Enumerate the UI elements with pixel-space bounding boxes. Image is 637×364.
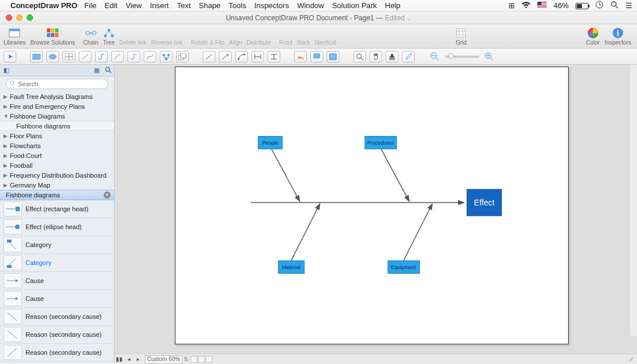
collapse-sidebar-icon[interactable]: ◧ bbox=[0, 67, 13, 74]
flag-icon[interactable] bbox=[537, 1, 547, 10]
app-switcher-icon[interactable]: ⊞ bbox=[508, 1, 515, 10]
clock-icon[interactable] bbox=[595, 1, 603, 10]
shape-name: Effect (rectange head) bbox=[25, 205, 89, 212]
arrow-tool-icon[interactable] bbox=[219, 51, 232, 62]
chain-button[interactable]: Chain bbox=[83, 27, 98, 46]
tree-button[interactable]: Tree bbox=[103, 27, 115, 46]
search-toggle-icon[interactable] bbox=[102, 67, 114, 75]
shape-category-2[interactable]: Category bbox=[0, 254, 114, 272]
app-name[interactable]: ConceptDraw PRO bbox=[10, 1, 78, 10]
close-window-button[interactable] bbox=[6, 14, 12, 21]
battery-icon[interactable] bbox=[576, 1, 588, 10]
clone-tool-icon[interactable] bbox=[176, 51, 189, 62]
menu-file[interactable]: File bbox=[85, 1, 97, 10]
shape-reason-2[interactable]: Reason (secondary cause) bbox=[0, 326, 114, 344]
menu-shape[interactable]: Shape bbox=[199, 1, 221, 10]
canvas-area[interactable]: Effect People Procedures Material Equipm… bbox=[115, 65, 637, 364]
tree-item[interactable]: Floor Plans bbox=[0, 131, 114, 141]
menu-inspectors[interactable]: Inspectors bbox=[254, 1, 289, 10]
window-titlebar: Unsaved ConceptDraw PRO Document - Page1… bbox=[0, 12, 637, 24]
menu-solution-park[interactable]: Solution Park bbox=[332, 1, 376, 10]
library-section-header[interactable]: Fishbone diagrams ✕ bbox=[0, 190, 114, 200]
shape-category-1[interactable]: Category bbox=[0, 236, 114, 254]
menu-edit[interactable]: Edit bbox=[105, 1, 118, 10]
tree-connector-icon[interactable] bbox=[160, 51, 173, 62]
svg-line-54 bbox=[9, 259, 16, 265]
shape-reason-3[interactable]: Reason (secondary cause) bbox=[0, 344, 114, 362]
dimension-h-icon[interactable] bbox=[251, 51, 264, 62]
tree-item[interactable]: Fault Tree Analysis Diagrams bbox=[0, 91, 114, 101]
connector-smart-icon[interactable] bbox=[95, 51, 108, 62]
ellipse-tool-icon[interactable] bbox=[46, 51, 59, 62]
shape-cause-2[interactable]: Cause bbox=[0, 290, 114, 308]
line-tool-icon[interactable] bbox=[203, 51, 215, 62]
zoom-in-icon[interactable] bbox=[483, 51, 496, 62]
wifi-icon[interactable] bbox=[522, 1, 530, 10]
zoom-tool-icon[interactable] bbox=[353, 51, 366, 62]
stamp-tool-icon[interactable] bbox=[386, 51, 398, 62]
live-object-icon[interactable] bbox=[327, 51, 339, 62]
dimension-v-icon[interactable] bbox=[268, 51, 280, 62]
zoom-slider-knob[interactable] bbox=[448, 53, 454, 59]
grid-view-icon[interactable]: ▦ bbox=[91, 67, 102, 74]
spotlight-icon[interactable] bbox=[610, 1, 618, 10]
pan-tool-icon[interactable] bbox=[369, 51, 382, 62]
title-dropdown-icon[interactable]: ⌄ bbox=[407, 16, 411, 21]
document-title[interactable]: Unsaved ConceptDraw PRO Document - Page1… bbox=[226, 14, 411, 22]
connector-direct-icon[interactable] bbox=[79, 51, 91, 62]
libraries-button[interactable]: Libraries bbox=[3, 27, 25, 46]
browse-solutions-button[interactable]: Browse Solutions bbox=[30, 27, 75, 46]
minimize-window-button[interactable] bbox=[16, 14, 23, 21]
pointer-tool-icon[interactable]: ➤ bbox=[3, 51, 16, 62]
vertical-scrollbar[interactable] bbox=[629, 65, 637, 336]
connector-curve-icon[interactable] bbox=[144, 51, 156, 62]
notifications-icon[interactable]: ☰ bbox=[625, 1, 632, 10]
tree-item[interactable]: Flowcharts bbox=[0, 141, 114, 150]
tree-item[interactable]: Frequency Distribution Dashboard bbox=[0, 170, 114, 180]
eyedropper-tool-icon[interactable] bbox=[402, 51, 415, 62]
zoom-level-select[interactable]: Custom 60% bbox=[145, 355, 182, 363]
tree-item[interactable]: Fire and Emergency Plans bbox=[0, 101, 114, 111]
callout-tool-icon[interactable] bbox=[310, 51, 323, 62]
menu-window[interactable]: Window bbox=[297, 1, 324, 10]
tree-item[interactable]: Food Court bbox=[0, 150, 114, 160]
next-page-icon[interactable]: ▸ bbox=[133, 356, 142, 362]
shape-effect-ellipse[interactable]: Effect (ellipse head) bbox=[0, 218, 114, 236]
menu-text[interactable]: Text bbox=[177, 1, 191, 10]
gauge-tool-icon[interactable] bbox=[294, 51, 307, 62]
zoom-slider[interactable] bbox=[445, 56, 479, 58]
grid-button[interactable]: Grid bbox=[455, 27, 467, 46]
svg-rect-48 bbox=[16, 207, 20, 211]
search-input[interactable] bbox=[18, 80, 104, 87]
tree-child-item[interactable]: Fishbone diagrams bbox=[0, 121, 114, 131]
menu-view[interactable]: View bbox=[126, 1, 142, 10]
shape-cause-1[interactable]: Cause bbox=[0, 272, 114, 290]
connector-round-icon[interactable] bbox=[127, 51, 140, 62]
tree-item[interactable]: Germany Map bbox=[0, 180, 114, 190]
table-tool-icon[interactable] bbox=[63, 51, 75, 62]
library-search-box[interactable] bbox=[6, 79, 108, 89]
tree-item[interactable]: Football bbox=[0, 160, 114, 170]
svg-rect-28 bbox=[181, 53, 186, 58]
bezier-tool-icon[interactable] bbox=[235, 51, 248, 62]
prev-page-icon[interactable]: ◂ bbox=[124, 356, 133, 362]
menu-insert[interactable]: Insert bbox=[150, 1, 169, 10]
connector-arc-icon[interactable] bbox=[111, 51, 124, 62]
menu-tools[interactable]: Tools bbox=[229, 1, 246, 10]
rectangle-tool-icon[interactable] bbox=[30, 51, 43, 62]
pause-icon[interactable]: ▮▮ bbox=[115, 356, 124, 362]
shape-reason-1[interactable]: Reason (secondary cause) bbox=[0, 308, 114, 326]
close-library-icon[interactable]: ✕ bbox=[104, 192, 111, 198]
page-tabs[interactable] bbox=[191, 356, 213, 363]
inspectors-button[interactable]: iInspectors bbox=[605, 27, 631, 46]
align-icon bbox=[230, 27, 241, 39]
color-button[interactable]: Color bbox=[586, 27, 600, 46]
zoom-out-icon[interactable] bbox=[429, 51, 441, 62]
expand-view-icon[interactable]: ⤢ bbox=[629, 356, 634, 362]
menu-help[interactable]: Help bbox=[385, 1, 401, 10]
zoom-stepper-icon[interactable]: ⇅ bbox=[184, 356, 188, 362]
zoom-window-button[interactable] bbox=[27, 14, 33, 21]
tree-item-fishbone[interactable]: Fishbone Diagrams bbox=[0, 111, 114, 121]
shape-effect-rect[interactable]: Effect (rectange head) bbox=[0, 200, 114, 218]
drawing-page[interactable]: Effect People Procedures Material Equipm… bbox=[175, 67, 569, 344]
